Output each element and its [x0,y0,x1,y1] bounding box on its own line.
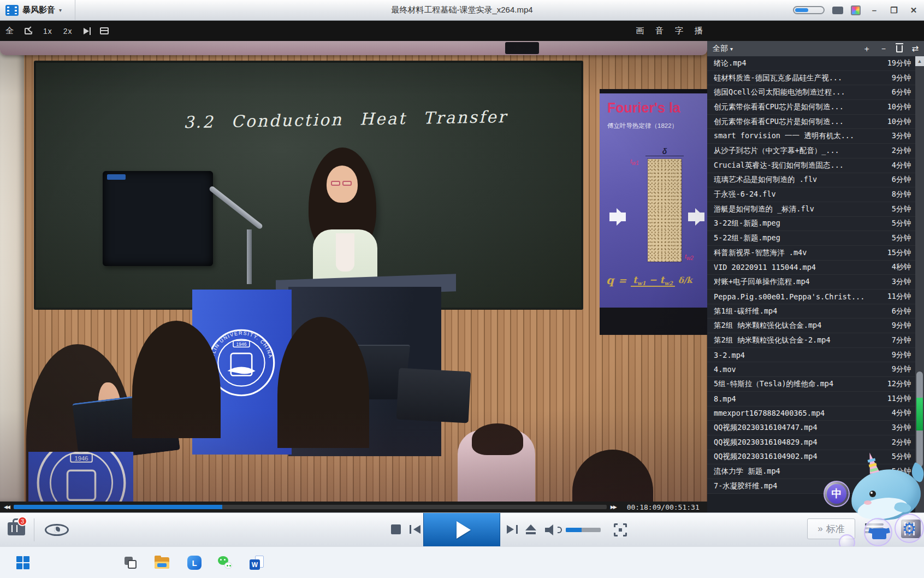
always-on-top-icon[interactable] [84,28,89,34]
playlist-item[interactable]: 科普新视界-智慧海洋 .m4v 15分钟 [707,246,915,261]
playlist-item[interactable]: 第2组 纳米颗粒强化钛合金-2.mp4 7分钟 [707,333,915,348]
feedback-bubble-icon[interactable] [832,7,843,14]
add-media-button[interactable]: ＋ [862,44,870,54]
playlist-item-name: 科普新视界-智慧海洋 .m4v [714,248,807,258]
student-hoodie-hair [472,423,523,455]
scrollbar-thumb[interactable] [916,371,923,467]
scene-banner-bottom-left: 1946 [28,452,133,502]
remove-media-button[interactable]: － [879,44,887,54]
slide-delta-label: δ [645,147,684,156]
blue-l-app-button[interactable]: L [186,554,203,571]
playlist-item-duration: 6分钟 [892,175,911,185]
playlist-item[interactable]: 创元素带你看看CPU芯片是如何制造... 10分钟 [707,100,915,115]
playlist-item-duration: 19分钟 [887,58,911,68]
playback-menu[interactable]: 播 [695,26,703,36]
app-menu[interactable]: 暴风影音 ▾ [0,0,75,20]
playlist-item[interactable]: Crucial英睿达-我们如何制造固态... 4分钟 [707,158,915,173]
playlist-item[interactable]: mmexport1678882400365.mp4 4分钟 [707,406,915,421]
playlist-item[interactable]: 第2组 纳米颗粒强化钛合金.mp4 9分钟 [707,319,915,333]
wechat-button[interactable] [216,554,234,571]
task-view-button[interactable] [121,554,139,571]
playlist-item-name: 绪论.mp4 [714,58,747,68]
subtitle-menu[interactable]: 字 [675,26,683,36]
rewind-icon[interactable]: ◀◀ [0,504,14,510]
playlist-item[interactable]: 3-2.mp4 9分钟 [707,348,915,363]
word-button[interactable]: W [248,554,265,571]
theme-skin-icon[interactable] [851,5,861,15]
playlist-item-duration: 4分钟 [892,408,911,418]
playlist-item-name: 从沙子到芯片（中文字幕+配音）_... [714,146,839,156]
start-button[interactable] [14,554,32,571]
playlist-item[interactable]: 5-22组-新题.mpeg 5分钟 [707,231,915,246]
fullscreen-button[interactable]: 全 [5,26,14,36]
filter-all-dropdown[interactable]: 全部 ▾ [713,44,733,54]
close-button[interactable]: ✕ [908,5,920,15]
mini-mode-toggle[interactable] [793,6,825,14]
playlist-item[interactable]: 流体力学 新题.mp4 5分钟 [707,464,915,479]
file-explorer-button[interactable] [153,554,170,571]
playlist-item[interactable]: QQ视频20230316104902.mp4 5分钟 [707,450,915,465]
slide-left-arrow [609,213,626,221]
volume-speaker-icon[interactable] [545,524,557,536]
eject-icon[interactable] [525,524,536,534]
slide-subtitle: 傅立叶导热定律（1822） [607,122,678,130]
video-frame[interactable]: 3.2 Conduction Heat Transfer Fourier's l… [0,41,707,502]
playlist-item-name: 5组-特斯拉（Tesla)的维他命.mp4 [714,379,833,389]
volume-slider[interactable] [566,528,601,532]
playlist-item[interactable]: 硅材料质造-德国瓦克多晶硅生产视... 9分钟 [707,71,915,86]
playlist-item[interactable]: QQ视频20230316104747.mp4 3分钟 [707,421,915,435]
clear-playlist-icon[interactable] [896,45,903,52]
play-button[interactable] [423,513,500,547]
settings-icon[interactable] [901,520,921,538]
playlist-item-duration: 9分钟 [892,364,911,374]
zoom-1x-button[interactable]: 1x [43,27,52,36]
audio-menu[interactable]: 音 [655,26,664,36]
playlist-item[interactable]: 创元素带你看看CPU芯片是如何制造... 10分钟 [707,115,915,129]
split-screen-icon[interactable] [100,27,109,34]
playlist-item[interactable]: 从沙子到芯片（中文字幕+配音）_... 2分钟 [707,144,915,158]
playlist-item[interactable]: 3-22组-新题.mpeg 5分钟 [707,217,915,232]
zoom-2x-button[interactable]: 2x [63,27,73,36]
fast-forward-icon[interactable]: ▶▶ [607,504,620,510]
minimize-button[interactable]: – [868,5,880,15]
playlist-item-duration: 6分钟 [892,87,911,97]
playlist-item[interactable]: 第1组-碳纤维.mp4 6分钟 [707,304,915,319]
playlist-item-duration: 5分钟 [892,452,911,462]
playlist-item[interactable]: Peppa.Pig.s00e01.Peppa's.Christ... 11分钟 [707,290,915,304]
playlist-item[interactable]: 8.mp4 11分钟 [707,392,915,406]
playlist-item[interactable]: 德国Qcell公司太阳能电池制造过程... 6分钟 [707,85,915,100]
playlist-item-duration: 2分钟 [892,438,911,447]
playlist-item-duration: 9分钟 [892,73,911,83]
playlist-item[interactable]: 绪论.mp4 19分钟 [707,56,915,71]
playlist-toggle-icon[interactable] [865,522,884,537]
restore-button[interactable]: ❐ [888,5,900,15]
eye-protect-icon[interactable] [45,524,69,536]
previous-button[interactable] [408,525,420,534]
playlist-item[interactable]: 琉璃艺术品是如何制造的 .flv 6分钟 [707,173,915,188]
double-chevron-icon: » [818,523,822,534]
seek-track[interactable] [14,505,607,509]
loop-mode-icon[interactable]: ⇄ [911,44,919,54]
playlist-item[interactable]: smart forvision 一一 透明有机太... 3分钟 [707,129,915,144]
snapshot-icon[interactable] [25,28,32,34]
seek-bar-row: ◀◀ ▶▶ 00:18:09/00:51:31 [0,502,707,512]
playlist-item[interactable]: VID_20220911_115044.mp4 4秒钟 [707,261,915,275]
playlist-scrollbar[interactable]: ▲ [915,56,924,512]
stop-button[interactable] [391,524,401,534]
playlist-item-duration: 9分钟 [892,350,911,360]
playlist-item[interactable]: 7-水凝胶纤维.mp4 [707,479,915,494]
playlist-item-duration: 3分钟 [892,277,911,287]
playlist-item-name: 创元素带你看看CPU芯片是如何制造... [714,117,844,127]
next-button[interactable] [507,525,519,534]
slide-t2-label: tw2 [685,253,694,261]
playback-speed-button[interactable]: » 标准 [807,518,855,539]
playlist-item[interactable]: 5组-特斯拉（Tesla)的维他命.mp4 12分钟 [707,377,915,392]
playlist-item[interactable]: 于永强-6-24.flv 8分钟 [707,187,915,202]
app-menu-arrow-icon[interactable]: ▾ [59,7,62,13]
playlist-item[interactable]: QQ视频20230316104829.mp4 2分钟 [707,435,915,450]
playlist-item[interactable]: 对账+电子回单操作流程.mp4 3分钟 [707,275,915,290]
playlist-item[interactable]: 4.mov 9分钟 [707,362,915,377]
picture-menu[interactable]: 画 [636,26,644,36]
playlist-item[interactable]: 游艇是如何制造的 _标清.flv 5分钟 [707,202,915,217]
scroll-up-button[interactable]: ▲ [915,56,924,66]
